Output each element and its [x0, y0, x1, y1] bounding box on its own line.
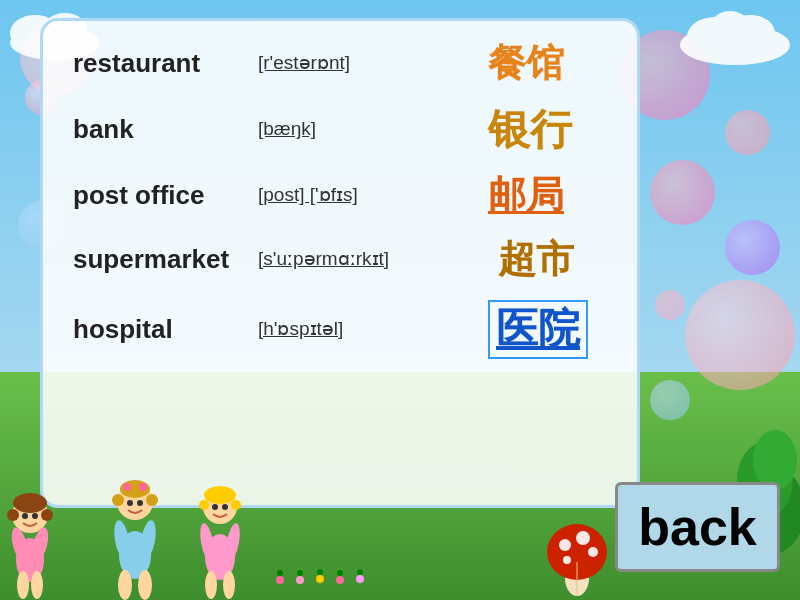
cloud-right — [675, 5, 795, 65]
back-button-label: back — [638, 497, 757, 557]
svg-point-11 — [17, 571, 29, 599]
svg-point-22 — [118, 570, 132, 600]
svg-point-26 — [146, 494, 158, 506]
chinese-word: 超市 — [498, 237, 574, 283]
svg-point-56 — [316, 575, 324, 583]
vocab-card: restaurant [r'estərɒnt] 餐馆 bank [bæŋk] 银… — [40, 18, 640, 508]
svg-point-17 — [32, 513, 38, 519]
bubble-decoration — [725, 220, 780, 275]
chinese-word: 医院 — [488, 300, 588, 358]
svg-point-3 — [710, 11, 750, 43]
svg-point-52 — [276, 576, 284, 584]
svg-point-55 — [297, 570, 303, 576]
english-word: supermarket — [73, 244, 258, 275]
bubble-decoration — [650, 160, 715, 225]
svg-point-38 — [199, 500, 209, 510]
svg-point-27 — [123, 483, 131, 491]
svg-point-61 — [357, 569, 363, 575]
svg-point-14 — [7, 509, 19, 521]
svg-point-58 — [336, 576, 344, 584]
svg-point-13 — [13, 493, 47, 513]
svg-point-59 — [337, 570, 343, 576]
svg-point-40 — [212, 504, 218, 510]
mushroom-decoration — [545, 500, 610, 600]
svg-point-57 — [317, 569, 323, 575]
svg-point-46 — [588, 547, 598, 557]
english-word: restaurant — [73, 48, 258, 79]
svg-point-53 — [277, 570, 283, 576]
svg-point-15 — [41, 509, 53, 521]
svg-point-23 — [138, 570, 152, 600]
cartoon-character-center — [95, 480, 175, 600]
svg-point-16 — [22, 513, 28, 519]
svg-point-54 — [296, 576, 304, 584]
phonetic: [post] ['ɒfɪs] — [258, 184, 488, 207]
svg-point-45 — [576, 531, 590, 545]
phonetic: [s'uːpərmɑːrkɪt] — [258, 248, 488, 271]
svg-point-44 — [559, 539, 571, 551]
vocab-row-hospital: hospital [h'ɒspɪtəl] 医院 — [73, 300, 607, 358]
english-word: post office — [73, 180, 258, 211]
english-word: bank — [73, 114, 258, 145]
svg-point-37 — [204, 486, 236, 504]
english-word: hospital — [73, 314, 258, 345]
svg-point-30 — [137, 500, 143, 506]
phonetic: [r'estərɒnt] — [258, 52, 488, 75]
vocab-row-restaurant: restaurant [r'estərɒnt] 餐馆 — [73, 41, 607, 87]
back-button[interactable]: back — [615, 482, 780, 572]
svg-point-51 — [753, 430, 797, 490]
cartoon-character-right — [185, 485, 255, 600]
phonetic: [h'ɒspɪtəl] — [258, 318, 488, 341]
svg-point-12 — [31, 571, 43, 599]
chinese-word: 银行 — [488, 105, 572, 155]
bubble-decoration — [655, 290, 685, 320]
flowers-decoration — [270, 565, 370, 595]
svg-point-35 — [205, 571, 217, 599]
svg-point-29 — [127, 500, 133, 506]
svg-point-25 — [112, 494, 124, 506]
svg-point-28 — [139, 483, 147, 491]
vocab-row-post-office: post office [post] ['ɒfɪs] 邮局 — [73, 173, 607, 219]
chinese-word: 邮局 — [488, 173, 564, 219]
vocab-row-bank: bank [bæŋk] 银行 — [73, 105, 607, 155]
bubble-decoration — [685, 280, 795, 390]
svg-point-36 — [223, 571, 235, 599]
svg-point-60 — [356, 575, 364, 583]
chinese-word: 餐馆 — [488, 41, 564, 87]
cartoon-character-left — [5, 490, 85, 600]
svg-point-47 — [563, 556, 571, 564]
vocab-row-supermarket: supermarket [s'uːpərmɑːrkɪt] 超市 — [73, 237, 607, 283]
svg-point-39 — [231, 500, 241, 510]
phonetic: [bæŋk] — [258, 118, 488, 141]
svg-point-41 — [222, 504, 228, 510]
bubble-decoration — [725, 110, 770, 155]
